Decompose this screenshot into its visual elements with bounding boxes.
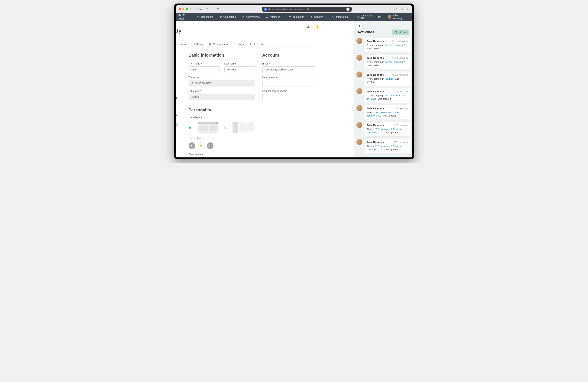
avatar — [388, 15, 391, 19]
search-button[interactable] — [305, 23, 311, 30]
all-activities-button[interactable]: All activities — [392, 29, 409, 35]
activity-body: The list "DB Insurance & Finance custome… — [367, 128, 408, 134]
share-button[interactable] — [400, 7, 403, 11]
svg-point-11 — [317, 26, 318, 28]
chevron-down-icon: ▾ — [407, 16, 408, 18]
nav-dashboard[interactable]: Dashboard — [194, 13, 216, 21]
tab-apitoken[interactable]: API token — [249, 41, 266, 47]
url-path: /account/profile — [290, 8, 305, 10]
nav-automations[interactable]: Automations — [239, 13, 262, 21]
activities-list: Jolie Kennedy 9 months ago A new campaig… — [357, 38, 410, 153]
menulayout-option-2[interactable] — [224, 126, 227, 129]
nav-audience[interactable]: Audience▾ — [263, 13, 285, 21]
firstname-input[interactable] — [189, 66, 219, 73]
tab-logs-label: Logs — [238, 42, 244, 45]
activity-link[interactable]: DB Insurance & Finance customers 2022 — [367, 145, 401, 151]
activity-user: Jolie Kennedy — [367, 57, 384, 59]
activity-link[interactable]: DB Insurance & Finance customers 2022 — [367, 128, 401, 134]
tab-billing[interactable]: Billing — [191, 41, 204, 47]
activity-body: The list "McKesson healthcare contacts 2… — [367, 111, 408, 118]
email-input[interactable] — [262, 66, 315, 73]
avatar — [357, 88, 362, 94]
activity-card[interactable]: Jolie Kennedy 9 months ago A new campaig… — [364, 55, 410, 69]
activity-card[interactable]: Jolie Kennedy 9 months ago A new campaig… — [364, 71, 410, 86]
activity-item: Jolie Kennedy 2 years ago The list "McKe… — [357, 105, 410, 120]
activity-body: A new campaign "My test campaign" was cr… — [367, 61, 408, 67]
avatar — [357, 71, 362, 78]
theme-light-button[interactable] — [198, 142, 204, 149]
window-controls[interactable] — [179, 8, 188, 10]
timezone-select[interactable]: (GMT+00:00) UTC▼ — [189, 80, 255, 86]
activity-card[interactable]: Jolie Kennedy 2 years ago The list "McKe… — [364, 105, 410, 120]
tab-subscription[interactable]: Subscription — [208, 41, 229, 47]
lastname-input[interactable] — [224, 66, 255, 73]
avatar — [357, 38, 362, 44]
nav-audience-label: Audience — [270, 16, 280, 18]
chevron-down-icon: ▾ — [325, 16, 326, 18]
activity-card[interactable]: Jolie Kennedy 2 years ago The list "DB I… — [364, 139, 410, 153]
nav-history[interactable]: ▾ — [377, 13, 385, 21]
lock-icon: 🔒 — [307, 8, 309, 10]
menulayout-option-1[interactable] — [189, 126, 191, 129]
new-tab-button[interactable] — [406, 7, 409, 11]
activity-item: Jolie Kennedy 2 years ago The list "DB I… — [357, 122, 410, 136]
nav-campaigns[interactable]: Campaigns — [217, 13, 238, 21]
confirmpassword-input[interactable] — [262, 94, 315, 100]
nav-campaign-api[interactable]: Campaign API — [354, 13, 376, 21]
language-select[interactable]: English▼ — [189, 94, 255, 100]
nav-user-menu[interactable]: Jolie Kennedy▾ — [386, 14, 410, 20]
svg-rect-24 — [240, 123, 246, 131]
newpassword-input[interactable] — [262, 80, 315, 86]
brand-logo[interactable]: Acelle Mail — [178, 13, 190, 20]
activity-card[interactable]: Jolie Kennedy 9 months ago A new campaig… — [364, 38, 410, 52]
site-badge-icon: M — [264, 8, 267, 11]
nav-templates[interactable]: Templates — [286, 13, 307, 21]
activity-item: Jolie Kennedy 9 months ago A new campaig… — [357, 55, 410, 69]
chevron-down-icon: ▾ — [282, 16, 283, 18]
close-window-icon[interactable] — [179, 8, 181, 10]
url-bar[interactable]: M demo.acellemail.com/account/profile 🔒 … — [262, 7, 352, 12]
colorscheme-label: Color scheme — [189, 153, 354, 156]
send-icon — [219, 16, 222, 18]
avatar — [357, 105, 362, 111]
theme-auto-button[interactable] — [207, 142, 213, 149]
activity-item: Jolie Kennedy 9 months ago A new campaig… — [357, 71, 410, 86]
nav-sending[interactable]: Sending▾ — [308, 13, 328, 21]
reload-button[interactable] — [216, 7, 220, 11]
tab-logs[interactable]: Logs — [233, 41, 244, 47]
svg-point-18 — [216, 123, 218, 124]
nav-sending-label: Sending — [314, 16, 323, 18]
reader-button[interactable]: ⋯ — [346, 8, 350, 11]
activity-card[interactable]: Jolie Kennedy 2 years ago A new campaign… — [364, 88, 410, 103]
target-icon — [242, 16, 244, 18]
browser-titlebar: Private M demo.acellemail.com/account/pr… — [176, 5, 412, 13]
downloads-button[interactable] — [394, 7, 398, 11]
svg-rect-7 — [333, 16, 334, 17]
activity-link[interactable]: Year-end BIG sale off #2020 — [367, 94, 405, 100]
sidebar-toggle-icon[interactable] — [189, 7, 193, 11]
activity-link[interactable]: Untitled — [386, 78, 394, 80]
back-button[interactable] — [206, 7, 209, 11]
collapse-arrow-button[interactable] — [355, 22, 362, 29]
layout-thumb-side[interactable] — [232, 121, 255, 133]
activity-link[interactable]: McKesson healthcare contacts 2022 — [367, 111, 399, 117]
forward-button[interactable] — [210, 7, 214, 11]
email-label: Email * — [262, 62, 315, 65]
activity-time: 9 months ago — [392, 57, 408, 59]
activity-link[interactable]: My test campaign — [386, 44, 404, 46]
maximize-window-icon[interactable] — [186, 8, 188, 10]
svg-point-3 — [242, 16, 244, 18]
activity-link[interactable]: My test campaign — [386, 61, 404, 63]
theme-dark-button[interactable] — [189, 142, 195, 149]
url-host: demo.acellemail.com — [268, 8, 290, 10]
tab-information[interactable]: nformation — [176, 41, 187, 47]
nav-integration[interactable]: Integration▾ — [330, 13, 353, 21]
template-icon — [289, 16, 292, 18]
tab-apitoken-label: API token — [254, 42, 265, 45]
minimize-window-icon[interactable] — [182, 8, 184, 10]
chevron-down-icon: ▾ — [382, 16, 383, 18]
theme-toggle-button[interactable] — [314, 23, 321, 30]
layout-thumb-top[interactable] — [197, 121, 219, 133]
lastname-label: Last name * — [224, 62, 255, 65]
activity-card[interactable]: Jolie Kennedy 2 years ago The list "DB I… — [364, 122, 410, 136]
